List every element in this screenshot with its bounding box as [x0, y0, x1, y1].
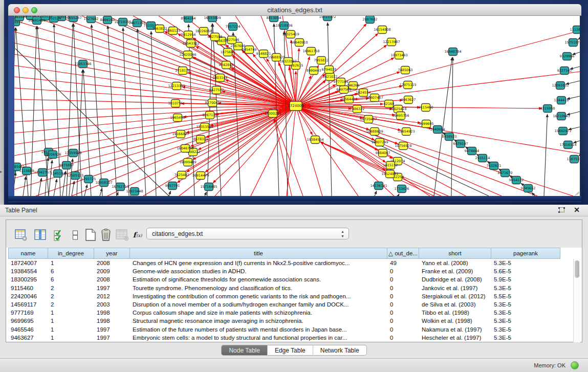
network-graph[interactable]: 6216025225474626611128931115689114519411…: [14, 16, 580, 196]
graph-edge[interactable]: [567, 96, 580, 99]
graph-edge[interactable]: [14, 172, 16, 196]
graph-node[interactable]: 8466160: [100, 16, 115, 24]
graph-node[interactable]: 10655287: [64, 16, 81, 22]
graph-node[interactable]: 8813054: [267, 16, 281, 22]
table-select-dropdown[interactable]: citations_edges.txt ▲▼: [146, 228, 349, 239]
graph-edge[interactable]: [296, 106, 322, 196]
graph-edge[interactable]: [38, 178, 41, 196]
graph-node[interactable]: 8990443: [307, 67, 321, 75]
table-row[interactable]: 1938455462009Genome-wide association stu…: [6, 267, 573, 275]
graph-node[interactable]: 16033809: [204, 16, 221, 22]
graph-node[interactable]: 1965498: [170, 114, 185, 122]
memory-status-icon[interactable]: [571, 361, 579, 369]
graph-edge[interactable]: [117, 192, 118, 196]
graph-node[interactable]: 8215958: [540, 105, 555, 113]
graph-edge[interactable]: [169, 191, 170, 196]
column-header-out_de[interactable]: △ out_de...: [387, 248, 419, 259]
window-titlebar[interactable]: citations_edges.txt: [8, 4, 581, 16]
graph-edge[interactable]: [84, 185, 87, 196]
graph-edge[interactable]: [451, 57, 453, 196]
column-header-short[interactable]: short: [419, 248, 491, 259]
table-row[interactable]: 2242004622012Investigating the contribut…: [6, 292, 573, 300]
table-row[interactable]: 1872400712008Changes of HCN gene express…: [6, 259, 573, 267]
graph-node[interactable]: 8267130: [203, 112, 217, 119]
graph-node[interactable]: 9245652: [521, 185, 536, 192]
column-header-name[interactable]: name: [8, 248, 48, 259]
graph-node[interactable]: 10688609: [366, 128, 383, 136]
graph-node[interactable]: 9115460: [419, 104, 433, 112]
graph-edge[interactable]: [375, 191, 377, 196]
column-header-title[interactable]: title: [130, 248, 387, 259]
graph-node[interactable]: 16210643: [553, 113, 570, 120]
graph-node[interactable]: 9227342: [557, 67, 572, 75]
graph-node[interactable]: 14136141: [370, 182, 387, 190]
graph-node[interactable]: 16914479: [192, 172, 209, 180]
graph-node[interactable]: 1167533: [567, 156, 580, 163]
graph-node[interactable]: 16099489: [179, 159, 196, 166]
graph-edge[interactable]: [213, 106, 296, 183]
table-row[interactable]: 969969511998Structural magnetic resonanc…: [6, 317, 573, 325]
graph-node[interactable]: 9857791: [165, 182, 180, 190]
graph-node[interactable]: 10756928: [395, 142, 411, 150]
graph-edge[interactable]: [287, 106, 296, 196]
delete-columns-icon[interactable]: [99, 228, 113, 242]
table-mode-icon[interactable]: [14, 228, 28, 242]
graph-node[interactable]: 15723372: [319, 16, 336, 21]
graph-node[interactable]: 8427552: [209, 86, 224, 94]
graph-node[interactable]: 7485063: [398, 67, 413, 74]
graph-node[interactable]: 15692971: [554, 127, 571, 135]
graph-edge[interactable]: [296, 48, 299, 106]
graph-edge[interactable]: [54, 179, 57, 196]
table-row[interactable]: 977716911998Corpus callosum shape and si…: [6, 309, 573, 317]
network-canvas[interactable]: 6216025225474626611128931115689114519411…: [14, 16, 580, 196]
left-splitter-strip[interactable]: ▸: [0, 0, 4, 205]
graph-node[interactable]: 10607487: [366, 94, 383, 102]
table-panel-header[interactable]: Table Panel ✕: [0, 205, 588, 216]
graph-node[interactable]: 15716485: [200, 183, 217, 191]
graph-node[interactable]: 1733426: [395, 185, 409, 193]
table-row[interactable]: 946554611997Estimation of the future num…: [6, 325, 573, 334]
graph-edge[interactable]: [107, 106, 296, 196]
graph-node[interactable]: 8938923: [442, 133, 457, 141]
graph-node[interactable]: 17016514: [559, 141, 576, 149]
tab-edge-table[interactable]: Edge Table: [268, 345, 313, 356]
table-scrollbar-thumb[interactable]: [575, 260, 579, 278]
column-header-pagerank[interactable]: pagerank: [491, 248, 560, 259]
close-panel-icon[interactable]: ✕: [574, 206, 580, 214]
splitter-collapse-icon[interactable]: ▸: [0, 169, 2, 174]
tab-network-table[interactable]: Network Table: [313, 345, 367, 356]
tab-node-table[interactable]: Node Table: [221, 345, 268, 356]
table-row[interactable]: 946362711997Embryonic stem cells: a mode…: [6, 334, 573, 342]
graph-edge[interactable]: [123, 28, 129, 196]
graph-node[interactable]: 1624554: [356, 89, 371, 97]
graph-node[interactable]: 1724009: [288, 101, 303, 111]
graph-node[interactable]: 1112893: [570, 26, 580, 34]
graph-edge[interactable]: [213, 24, 221, 196]
graph-node[interactable]: 12213399: [168, 82, 185, 90]
graph-edge[interactable]: [92, 25, 102, 196]
table-row[interactable]: 1830029562008Estimation of significance …: [6, 275, 573, 283]
table-row[interactable]: 911546021997Tourette syndrome. Phenomeno…: [6, 284, 573, 292]
select-all-columns-icon[interactable]: [52, 228, 66, 242]
function-builder-icon[interactable]: f(x): [132, 228, 145, 242]
graph-node[interactable]: 1640954: [430, 126, 445, 134]
graph-node[interactable]: 1810755: [168, 100, 183, 107]
table-scrollbar[interactable]: [573, 259, 580, 342]
column-header-in_degree[interactable]: in_degree: [48, 248, 94, 259]
graph-node[interactable]: 9474444: [465, 147, 480, 155]
unselect-all-columns-icon[interactable]: [69, 228, 82, 242]
column-header-year[interactable]: year: [94, 248, 130, 259]
graph-edge[interactable]: [205, 192, 207, 196]
graph-node[interactable]: 1145194: [51, 170, 66, 178]
graph-node[interactable]: 12093832: [552, 82, 569, 90]
float-window-icon[interactable]: [558, 207, 565, 214]
graph-node[interactable]: 18226058: [195, 28, 212, 35]
graph-node[interactable]: 16154808: [374, 26, 390, 34]
graph-node[interactable]: 16640910: [291, 39, 308, 47]
graph-node[interactable]: 7955812: [314, 57, 329, 64]
graph-node[interactable]: 15751074: [564, 39, 580, 47]
graph-node[interactable]: 2887682: [363, 16, 378, 24]
new-table-icon[interactable]: [84, 228, 97, 242]
graph-node[interactable]: 12342757: [34, 169, 51, 177]
delete-table-icon[interactable]: [116, 228, 129, 242]
